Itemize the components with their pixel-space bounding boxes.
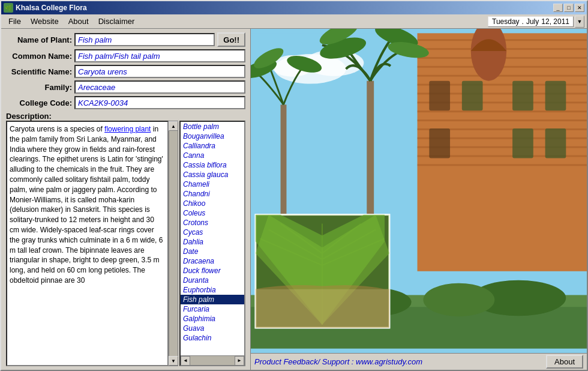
scientific-name-row: Scientific Name: <box>6 65 245 78</box>
hscroll-track <box>190 356 235 365</box>
date-num: 12, 2011 <box>541 17 569 26</box>
app-icon: 🌿 <box>4 3 13 13</box>
main-content: Name of Plant: Go!! Common Name: Scienti… <box>1 29 587 370</box>
svg-rect-9 <box>418 75 587 77</box>
date-day: Tuesday <box>492 17 520 26</box>
common-name-label: Common Name: <box>6 52 72 61</box>
svg-point-40 <box>423 283 494 317</box>
about-bottom-button[interactable]: About <box>546 355 583 369</box>
plant-list-wrapper: Bottle palm Bouganvillea Calliandra Cann… <box>179 121 245 366</box>
svg-rect-45 <box>256 289 389 328</box>
family-input[interactable] <box>74 80 245 94</box>
list-horizontal-scrollbar: ◄ ► <box>181 355 244 365</box>
list-item[interactable]: Canna <box>181 151 244 160</box>
svg-rect-21 <box>429 81 450 111</box>
common-name-row: Common Name: <box>6 49 245 62</box>
plant-name-row: Name of Plant: Go!! <box>6 32 245 47</box>
svg-rect-25 <box>429 128 450 158</box>
list-item[interactable]: Galphimia <box>181 314 244 324</box>
family-row: Family: <box>6 80 245 94</box>
list-item[interactable]: Date <box>181 247 244 256</box>
title-bar-left: 🌿 Khalsa College Flora <box>4 3 87 13</box>
date-dropdown-button[interactable]: ▼ <box>575 16 584 28</box>
svg-rect-26 <box>512 128 533 158</box>
svg-rect-13 <box>418 110 587 112</box>
left-panel: Name of Plant: Go!! Common Name: Scienti… <box>1 29 250 370</box>
plant-name-label: Name of Plant: <box>6 35 72 44</box>
list-item[interactable]: Gulachin <box>181 333 244 343</box>
list-item[interactable]: Crotons <box>181 218 244 228</box>
plant-name-input[interactable] <box>74 33 215 46</box>
description-content: Caryota urens is a species of flowering … <box>10 125 163 285</box>
common-name-input[interactable] <box>74 49 245 62</box>
menu-about[interactable]: About <box>64 16 94 27</box>
description-scrollbar: ▲ ▼ <box>169 121 178 366</box>
svg-rect-19 <box>418 164 587 166</box>
list-item[interactable]: Guava <box>181 324 244 333</box>
scroll-track <box>169 131 178 356</box>
scroll-down-button[interactable]: ▼ <box>169 356 178 366</box>
menu-file[interactable]: File <box>4 16 26 27</box>
list-item[interactable]: Bottle palm <box>181 122 244 131</box>
image-area <box>251 29 587 353</box>
description-section: Description: Caryota urens is a species … <box>6 112 245 366</box>
hscroll-right-button[interactable]: ► <box>235 356 244 366</box>
svg-rect-22 <box>462 81 483 111</box>
list-item-selected[interactable]: Fish palm <box>181 295 244 304</box>
list-item[interactable]: Calliandra <box>181 141 244 151</box>
menu-website[interactable]: Website <box>26 16 64 27</box>
description-label: Description: <box>6 112 245 121</box>
scientific-name-input[interactable] <box>74 65 245 78</box>
feedback-link[interactable]: Product Feedback/ Support : www.agristud… <box>254 357 422 366</box>
description-text-wrapper: Caryota urens is a species of flowering … <box>6 121 169 366</box>
right-panel: Product Feedback/ Support : www.agristud… <box>250 29 587 370</box>
college-code-label: College Code: <box>6 98 72 107</box>
list-item[interactable]: Dahlia <box>181 237 244 247</box>
list-item[interactable]: Chandni <box>181 189 244 199</box>
list-item[interactable]: Chameli <box>181 179 244 189</box>
list-item[interactable]: Cycas <box>181 228 244 237</box>
svg-rect-23 <box>512 81 533 111</box>
date-dot: . <box>522 17 524 26</box>
minimize-button[interactable]: _ <box>553 4 563 12</box>
plant-list: Bottle palm Bouganvillea Calliandra Cann… <box>181 122 244 355</box>
window-title: Khalsa College Flora <box>16 4 87 12</box>
list-item[interactable]: Chikoo <box>181 199 244 208</box>
date-area: Tuesday . July 12, 2011 ▼ <box>488 16 584 28</box>
scientific-name-label: Scientific Name: <box>6 67 72 76</box>
list-item[interactable]: Euphorbia <box>181 285 244 295</box>
svg-rect-24 <box>545 81 566 111</box>
svg-rect-14 <box>418 119 587 121</box>
college-code-row: College Code: <box>6 96 245 109</box>
go-button[interactable]: Go!! <box>217 32 245 47</box>
date-display: Tuesday . July 12, 2011 <box>488 16 574 27</box>
list-item[interactable]: Cassia glauca <box>181 170 244 179</box>
family-label: Family: <box>6 83 72 92</box>
list-item[interactable]: Duck flower <box>181 266 244 276</box>
main-window: 🌿 Khalsa College Flora _ □ ✕ File Websit… <box>0 0 588 371</box>
window-controls: _ □ ✕ <box>553 4 584 12</box>
list-item[interactable]: Cassia biflora <box>181 160 244 170</box>
list-item[interactable]: Bouganvillea <box>181 131 244 141</box>
scene-svg <box>251 29 587 353</box>
menu-disclaimer[interactable]: Disclaimer <box>94 16 140 27</box>
maximize-button[interactable]: □ <box>564 4 574 12</box>
scroll-up-button[interactable]: ▲ <box>169 121 178 131</box>
hscroll-left-button[interactable]: ◄ <box>181 356 190 366</box>
menu-items: File Website About Disclaimer <box>4 16 139 27</box>
close-button[interactable]: ✕ <box>575 4 584 12</box>
svg-rect-27 <box>545 128 566 158</box>
list-item[interactable]: Furcaria <box>181 304 244 314</box>
list-item[interactable]: Coleus <box>181 208 244 218</box>
list-item[interactable]: Duranta <box>181 276 244 285</box>
title-bar: 🌿 Khalsa College Flora _ □ ✕ <box>1 1 587 14</box>
description-body: Caryota urens is a species of flowering … <box>6 121 245 366</box>
date-month: July <box>526 17 539 26</box>
list-item[interactable]: Dracaena <box>181 256 244 266</box>
menu-bar: File Website About Disclaimer Tuesday . … <box>1 14 587 29</box>
description-text: Caryota urens is a species of flowering … <box>7 122 167 365</box>
bottom-bar: Product Feedback/ Support : www.agristud… <box>251 353 587 370</box>
college-code-input[interactable] <box>74 96 245 109</box>
